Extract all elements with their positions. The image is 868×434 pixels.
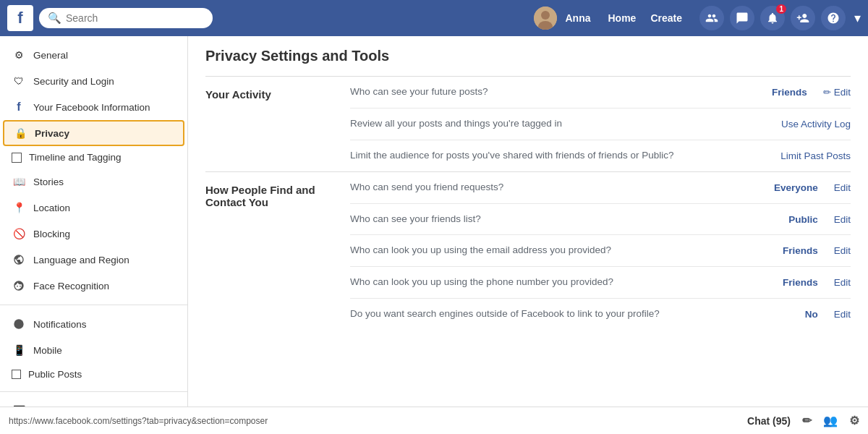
sidebar-item-privacy[interactable]: 🔒 Privacy — [3, 120, 184, 146]
sidebar-item-general[interactable]: ⚙ General — [0, 42, 187, 68]
timeline-icon — [12, 153, 22, 163]
page-wrapper: ⚙ General 🛡 Security and Login f Your Fa… — [0, 0, 868, 434]
search-input[interactable] — [66, 12, 204, 24]
public-posts-icon — [12, 370, 21, 379]
future-posts-description: Who can see your future posts? — [350, 85, 742, 99]
pencil-icon: ✏ — [823, 87, 831, 98]
friend-requests-value: Everyone — [760, 182, 818, 193]
shield-icon: 🛡 — [12, 74, 26, 88]
chat-contacts-icon[interactable]: 👥 — [823, 414, 838, 427]
page-title: Privacy Settings and Tools — [205, 48, 851, 64]
sidebar-label-general: General — [33, 50, 68, 61]
create-link[interactable]: Create — [650, 12, 682, 24]
stories-icon: 📖 — [12, 174, 26, 189]
sidebar-item-language[interactable]: Language and Region — [0, 247, 187, 273]
sidebar-item-location[interactable]: 📍 Location — [0, 195, 187, 221]
your-activity-title: Your Activity — [205, 77, 350, 171]
notification-badge: 1 — [776, 4, 786, 14]
email-lookup-row: Who can look you up using the email addr… — [350, 235, 851, 267]
sidebar-item-face[interactable]: Face Recognition — [0, 273, 187, 299]
sidebar-label-security: Security and Login — [33, 76, 114, 87]
friend-requests-icon-btn[interactable] — [791, 6, 815, 30]
your-activity-rows: Who can see your future posts? Friends ✏… — [350, 77, 851, 171]
friend-requests-row: Who can send you friend requests? Everyo… — [350, 172, 851, 204]
phone-lookup-row: Who can look you up using the phone numb… — [350, 267, 851, 299]
activity-log-row: Review all your posts and things you're … — [350, 109, 851, 140]
your-activity-section: Your Activity Who can see your future po… — [205, 76, 851, 171]
language-icon — [12, 252, 26, 267]
sidebar-label-location: Location — [33, 203, 70, 213]
nav-links: Home Create — [608, 12, 683, 24]
chat-compose-icon[interactable]: ✏ — [802, 414, 812, 427]
sidebar-item-mobile[interactable]: 📱 Mobile — [0, 337, 187, 363]
sidebar-item-facebook-info[interactable]: f Your Facebook Information — [0, 94, 187, 120]
status-url: https://www.facebook.com/settings?tab=pr… — [9, 416, 268, 426]
sidebar: ⚙ General 🛡 Security and Login f Your Fa… — [0, 36, 188, 434]
sidebar-label-language: Language and Region — [33, 255, 129, 265]
gear-icon: ⚙ — [12, 48, 26, 62]
chat-label: Chat (95) — [747, 415, 791, 427]
search-engine-description: Do you want search engines outside of Fa… — [350, 307, 753, 321]
notifications-icon-btn[interactable]: 1 — [760, 6, 785, 30]
username-label: Anna — [566, 12, 591, 24]
friends-list-row: Who can see your friends list? Public Ed… — [350, 204, 851, 236]
sidebar-label-privacy: Privacy — [35, 128, 69, 139]
friend-requests-description: Who can send you friend requests? — [350, 181, 753, 195]
privacy-icon: 🔒 — [13, 126, 27, 140]
facebook-logo: f — [7, 5, 33, 31]
sidebar-label-face: Face Recognition — [33, 281, 109, 292]
future-posts-edit-btn[interactable]: ✏ Edit — [823, 87, 851, 98]
sidebar-item-timeline[interactable]: Timeline and Tagging — [0, 146, 187, 169]
sidebar-item-stories[interactable]: 📖 Stories — [0, 169, 187, 195]
location-icon: 📍 — [12, 200, 26, 215]
help-icon-btn[interactable] — [821, 6, 846, 30]
search-engine-value: No — [760, 309, 818, 320]
limit-posts-description: Limit the audience for posts you've shar… — [350, 149, 773, 163]
future-posts-value: Friends — [749, 87, 807, 98]
sidebar-item-public-posts[interactable]: Public Posts — [0, 363, 187, 386]
email-lookup-edit-btn[interactable]: Edit — [834, 245, 851, 256]
sidebar-label-timeline: Timeline and Tagging — [29, 152, 122, 163]
friend-requests-edit-btn[interactable]: Edit — [834, 182, 851, 193]
svg-point-3 — [14, 319, 23, 328]
search-bar-container: 🔍 — [39, 8, 213, 28]
friends-list-description: Who can see your friends list? — [350, 213, 753, 226]
activity-log-link[interactable]: Use Activity Log — [781, 119, 851, 129]
friends-icon-btn[interactable] — [699, 6, 724, 30]
sidebar-item-security[interactable]: 🛡 Security and Login — [0, 68, 187, 94]
search-engine-edit-btn[interactable]: Edit — [834, 309, 851, 320]
header-right-section: Anna Home Create 1 ▾ — [534, 6, 861, 30]
chat-settings-icon[interactable]: ⚙ — [849, 414, 859, 427]
phone-lookup-edit-btn[interactable]: Edit — [834, 277, 851, 288]
friends-list-edit-btn[interactable]: Edit — [834, 214, 851, 225]
future-posts-row: Who can see your future posts? Friends ✏… — [350, 77, 851, 109]
svg-point-1 — [541, 11, 550, 20]
phone-lookup-description: Who can look you up using the phone numb… — [350, 276, 753, 289]
sidebar-label-notifications: Notifications — [33, 319, 87, 330]
bottom-bar: https://www.facebook.com/settings?tab=pr… — [0, 407, 868, 434]
sidebar-divider-2 — [0, 391, 187, 392]
notifications-sidebar-icon — [12, 317, 26, 331]
block-icon: 🚫 — [12, 226, 26, 241]
email-lookup-value: Friends — [760, 245, 818, 256]
find-contact-section: How People Find and Contact You Who can … — [205, 171, 851, 330]
sidebar-label-stories: Stories — [33, 176, 64, 187]
limit-past-posts-link[interactable]: Limit Past Posts — [780, 150, 851, 161]
account-menu-chevron[interactable]: ▾ — [854, 10, 861, 26]
phone-lookup-value: Friends — [760, 277, 818, 288]
search-engine-row: Do you want search engines outside of Fa… — [350, 299, 851, 330]
face-icon — [12, 278, 26, 293]
find-contact-title: How People Find and Contact You — [205, 172, 350, 330]
sidebar-label-facebook-info: Your Facebook Information — [33, 102, 150, 113]
sidebar-item-notifications[interactable]: Notifications — [0, 311, 187, 337]
messenger-icon-btn[interactable] — [730, 6, 754, 30]
avatar[interactable] — [534, 7, 557, 30]
sidebar-item-blocking[interactable]: 🚫 Blocking — [0, 221, 187, 247]
activity-log-description: Review all your posts and things you're … — [350, 117, 774, 131]
sidebar-label-blocking: Blocking — [33, 229, 70, 239]
friends-list-value: Public — [760, 214, 818, 225]
search-icon: 🔍 — [48, 12, 61, 25]
home-link[interactable]: Home — [608, 12, 637, 24]
sidebar-divider-1 — [0, 305, 187, 305]
mobile-icon: 📱 — [12, 343, 26, 357]
